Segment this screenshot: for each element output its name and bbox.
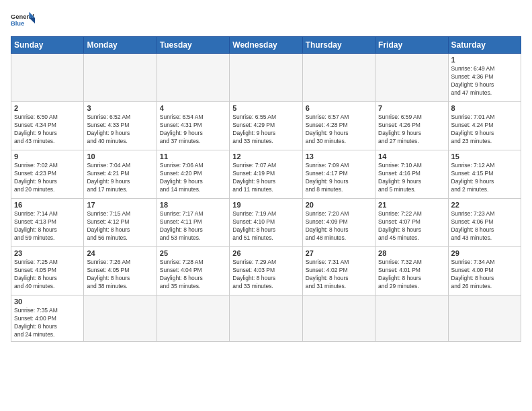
generalblue-logo-icon: General Blue [11,11,35,30]
day-number: 15 [451,152,518,161]
day-info: Sunrise: 7:20 AMSunset: 4:09 PMDaylight:… [306,210,372,242]
calendar-day-cell: 30Sunrise: 7:35 AMSunset: 4:00 PMDayligh… [11,295,84,342]
calendar-header-row: SundayMondayTuesdayWednesdayThursdayFrid… [11,37,521,54]
day-info: Sunrise: 7:29 AMSunset: 4:03 PMDaylight:… [232,259,299,291]
calendar-day-cell [11,54,84,102]
calendar-day-cell: 25Sunrise: 7:28 AMSunset: 4:04 PMDayligh… [157,247,229,295]
day-number: 14 [378,152,445,161]
day-number: 11 [160,152,226,161]
calendar-day-cell: 21Sunrise: 7:22 AMSunset: 4:07 PMDayligh… [375,199,448,247]
page: General Blue SundayMondayTuesdayWednesda… [0,0,532,347]
day-number: 24 [87,249,153,257]
day-info: Sunrise: 6:52 AMSunset: 4:33 PMDaylight:… [87,113,153,146]
calendar-day-cell: 22Sunrise: 7:23 AMSunset: 4:06 PMDayligh… [448,199,521,247]
day-info: Sunrise: 6:57 AMSunset: 4:28 PMDaylight:… [306,113,372,146]
calendar-week-row: 23Sunrise: 7:25 AMSunset: 4:05 PMDayligh… [11,247,521,295]
day-number: 10 [87,152,153,161]
day-number: 19 [232,201,299,209]
svg-text:Blue: Blue [11,20,24,27]
day-number: 30 [14,298,81,306]
day-info: Sunrise: 7:10 AMSunset: 4:16 PMDaylight:… [378,162,445,194]
calendar-day-cell: 6Sunrise: 6:57 AMSunset: 4:28 PMDaylight… [302,102,375,150]
calendar-day-cell: 16Sunrise: 7:14 AMSunset: 4:13 PMDayligh… [11,199,84,247]
day-number: 9 [14,152,81,161]
calendar-day-cell: 4Sunrise: 6:54 AMSunset: 4:31 PMDaylight… [157,102,229,150]
calendar-day-cell: 28Sunrise: 7:32 AMSunset: 4:01 PMDayligh… [375,247,448,295]
weekday-header-sunday: Sunday [11,37,84,54]
day-number: 13 [306,152,372,161]
calendar-day-cell: 24Sunrise: 7:26 AMSunset: 4:05 PMDayligh… [84,247,157,295]
calendar-week-row: 2Sunrise: 6:50 AMSunset: 4:34 PMDaylight… [11,102,521,150]
calendar-day-cell [84,295,157,342]
calendar-day-cell: 19Sunrise: 7:19 AMSunset: 4:10 PMDayligh… [230,199,302,247]
calendar-week-row: 9Sunrise: 7:02 AMSunset: 4:23 PMDaylight… [11,150,521,199]
calendar-table: SundayMondayTuesdayWednesdayThursdayFrid… [11,36,521,342]
day-info: Sunrise: 7:12 AMSunset: 4:15 PMDaylight:… [451,162,518,194]
day-info: Sunrise: 6:59 AMSunset: 4:26 PMDaylight:… [378,113,445,146]
day-info: Sunrise: 6:54 AMSunset: 4:31 PMDaylight:… [160,113,226,146]
day-info: Sunrise: 7:28 AMSunset: 4:04 PMDaylight:… [160,259,226,291]
day-number: 4 [160,104,226,112]
day-info: Sunrise: 7:04 AMSunset: 4:21 PMDaylight:… [87,162,153,194]
day-info: Sunrise: 7:35 AMSunset: 4:00 PMDaylight:… [14,307,81,339]
day-info: Sunrise: 7:31 AMSunset: 4:02 PMDaylight:… [306,259,372,291]
calendar-day-cell [448,295,521,342]
calendar-day-cell [84,54,157,102]
day-number: 23 [14,249,81,257]
day-info: Sunrise: 7:09 AMSunset: 4:17 PMDaylight:… [306,162,372,194]
calendar-day-cell [230,295,302,342]
day-info: Sunrise: 7:34 AMSunset: 4:00 PMDaylight:… [451,259,518,291]
calendar-day-cell: 14Sunrise: 7:10 AMSunset: 4:16 PMDayligh… [375,150,448,199]
day-number: 28 [378,249,445,257]
day-info: Sunrise: 7:19 AMSunset: 4:10 PMDaylight:… [232,210,299,242]
weekday-header-friday: Friday [375,37,448,54]
calendar-day-cell: 23Sunrise: 7:25 AMSunset: 4:05 PMDayligh… [11,247,84,295]
day-info: Sunrise: 6:50 AMSunset: 4:34 PMDaylight:… [14,113,81,146]
calendar-day-cell: 29Sunrise: 7:34 AMSunset: 4:00 PMDayligh… [448,247,521,295]
calendar-day-cell: 11Sunrise: 7:06 AMSunset: 4:20 PMDayligh… [157,150,229,199]
calendar-day-cell [302,295,375,342]
day-info: Sunrise: 7:07 AMSunset: 4:19 PMDaylight:… [232,162,299,194]
day-number: 2 [14,104,81,112]
day-info: Sunrise: 7:25 AMSunset: 4:05 PMDaylight:… [14,259,81,291]
day-info: Sunrise: 7:01 AMSunset: 4:24 PMDaylight:… [451,113,518,146]
day-info: Sunrise: 7:26 AMSunset: 4:05 PMDaylight:… [87,259,153,291]
day-number: 7 [378,104,445,112]
day-number: 5 [232,104,299,112]
day-number: 29 [451,249,518,257]
weekday-header-thursday: Thursday [302,37,375,54]
weekday-header-wednesday: Wednesday [230,37,302,54]
calendar-day-cell [302,54,375,102]
day-number: 18 [160,201,226,209]
weekday-header-tuesday: Tuesday [157,37,229,54]
calendar-day-cell: 26Sunrise: 7:29 AMSunset: 4:03 PMDayligh… [230,247,302,295]
day-number: 27 [306,249,372,257]
calendar-day-cell: 2Sunrise: 6:50 AMSunset: 4:34 PMDaylight… [11,102,84,150]
day-info: Sunrise: 7:02 AMSunset: 4:23 PMDaylight:… [14,162,81,194]
day-info: Sunrise: 7:22 AMSunset: 4:07 PMDaylight:… [378,210,445,242]
calendar-day-cell: 15Sunrise: 7:12 AMSunset: 4:15 PMDayligh… [448,150,521,199]
day-number: 8 [451,104,518,112]
header: General Blue [11,11,521,30]
day-number: 25 [160,249,226,257]
calendar-day-cell: 18Sunrise: 7:17 AMSunset: 4:11 PMDayligh… [157,199,229,247]
calendar-day-cell: 8Sunrise: 7:01 AMSunset: 4:24 PMDaylight… [448,102,521,150]
weekday-header-monday: Monday [84,37,157,54]
day-info: Sunrise: 6:55 AMSunset: 4:29 PMDaylight:… [232,113,299,146]
calendar-day-cell: 5Sunrise: 6:55 AMSunset: 4:29 PMDaylight… [230,102,302,150]
day-info: Sunrise: 6:49 AMSunset: 4:36 PMDaylight:… [451,65,518,97]
day-number: 17 [87,201,153,209]
day-info: Sunrise: 7:14 AMSunset: 4:13 PMDaylight:… [14,210,81,242]
day-number: 21 [378,201,445,209]
calendar-day-cell [375,54,448,102]
day-info: Sunrise: 7:17 AMSunset: 4:11 PMDaylight:… [160,210,226,242]
calendar-day-cell: 13Sunrise: 7:09 AMSunset: 4:17 PMDayligh… [302,150,375,199]
day-number: 20 [306,201,372,209]
day-number: 3 [87,104,153,112]
day-info: Sunrise: 7:32 AMSunset: 4:01 PMDaylight:… [378,259,445,291]
calendar-day-cell [157,295,229,342]
day-info: Sunrise: 7:23 AMSunset: 4:06 PMDaylight:… [451,210,518,242]
day-number: 12 [232,152,299,161]
calendar-day-cell: 1Sunrise: 6:49 AMSunset: 4:36 PMDaylight… [448,54,521,102]
calendar-day-cell [375,295,448,342]
